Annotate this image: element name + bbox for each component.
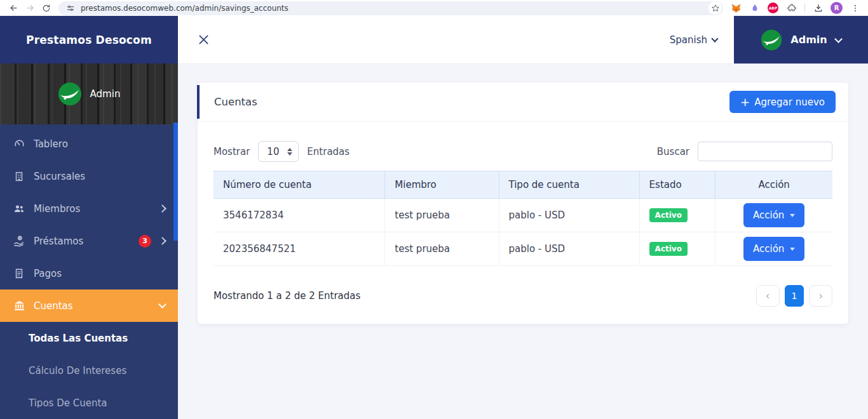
col-header-member[interactable]: Miembro bbox=[385, 171, 499, 199]
add-new-label: Agregar nuevo bbox=[754, 96, 825, 108]
action-label: Acción bbox=[753, 210, 784, 221]
screen: prestamos.desocomweb.com/admin/savings_a… bbox=[0, 0, 868, 419]
pagination: 1 bbox=[756, 285, 832, 307]
cell-account-number: 202356847521 bbox=[214, 232, 385, 266]
caret-down-icon bbox=[790, 248, 795, 251]
cell-member: test prueba bbox=[385, 232, 499, 266]
add-new-button[interactable]: + Agregar nuevo bbox=[729, 91, 836, 113]
caret-down-icon bbox=[790, 214, 795, 217]
language-label: Spanish bbox=[670, 34, 707, 46]
row-action-dropdown-button[interactable]: Acción bbox=[743, 203, 804, 227]
admin-avatar bbox=[761, 29, 782, 51]
brand-header[interactable]: Prestamos Desocom bbox=[0, 16, 178, 63]
cell-action: Acción bbox=[715, 232, 832, 266]
sidebar-subitem-todas-las-cuentas[interactable]: Todas Las Cuentas bbox=[0, 322, 178, 354]
toolbar-separator bbox=[804, 4, 805, 13]
page-title: Cuentas bbox=[214, 96, 257, 108]
payments-icon bbox=[13, 267, 25, 280]
cell-account-type: pablo - USD bbox=[499, 199, 639, 232]
chevron-right-icon bbox=[158, 204, 166, 213]
col-header-account-type[interactable]: Tipo de cuenta bbox=[499, 171, 639, 199]
sidebar: Prestamos Desocom Admin Tablero bbox=[0, 16, 178, 419]
row-action-dropdown-button[interactable]: Acción bbox=[743, 237, 804, 261]
cell-member: test prueba bbox=[385, 199, 499, 232]
loans-icon bbox=[13, 235, 25, 248]
extensions-puzzle-icon[interactable] bbox=[783, 1, 799, 16]
next-page-button[interactable] bbox=[809, 285, 832, 307]
sidebar-item-prestamos[interactable]: Préstamos 3 bbox=[0, 225, 178, 257]
url-text[interactable]: prestamos.desocomweb.com/admin/savings_a… bbox=[81, 4, 709, 13]
browser-profile-avatar[interactable]: R bbox=[829, 1, 844, 16]
user-avatar bbox=[58, 82, 82, 106]
sidebar-item-pagos[interactable]: Pagos bbox=[0, 257, 178, 289]
search-input[interactable] bbox=[698, 142, 832, 161]
sidebar-scrollbar[interactable] bbox=[173, 123, 178, 241]
page-size-select[interactable]: 10 bbox=[258, 141, 299, 162]
site-settings-icon[interactable] bbox=[66, 4, 75, 13]
page-number-button[interactable]: 1 bbox=[785, 285, 804, 307]
extension-area: ABP R bbox=[728, 1, 863, 16]
dashboard-icon bbox=[13, 138, 25, 150]
col-header-action[interactable]: Acción bbox=[715, 171, 832, 199]
sidebar-toggle-close-icon[interactable] bbox=[197, 33, 210, 46]
sidebar-item-sucursales[interactable]: Sucursales bbox=[0, 160, 178, 192]
browser-menu-icon[interactable] bbox=[847, 1, 863, 16]
chevron-down-icon bbox=[834, 35, 843, 43]
forward-icon[interactable] bbox=[22, 1, 38, 16]
members-icon bbox=[13, 203, 25, 215]
loans-count-badge: 3 bbox=[139, 235, 151, 248]
drop-extension-icon[interactable] bbox=[747, 1, 763, 16]
page-content: Cuentas + Agregar nuevo Mostrar 10 bbox=[178, 64, 868, 419]
table-footer: Mostrando 1 a 2 de 2 Entradas 1 bbox=[214, 285, 832, 307]
sidebar-item-label: Pagos bbox=[34, 268, 62, 279]
adblock-plus-extension-icon[interactable]: ABP bbox=[765, 1, 781, 16]
search-label: Buscar bbox=[657, 146, 689, 157]
admin-user-dropdown[interactable]: Admin bbox=[734, 16, 868, 63]
sidebar-item-miembros[interactable]: Miembros bbox=[0, 192, 178, 225]
card-body: Mostrar 10 Entradas Buscar bbox=[198, 122, 848, 324]
entries-info: Mostrando 1 a 2 de 2 Entradas bbox=[214, 290, 360, 302]
topbar-right: Spanish Admin bbox=[670, 16, 868, 63]
sidebar-user-panel: Admin bbox=[0, 63, 178, 124]
sidebar-subitem-tipos-de-cuenta[interactable]: Tipos De Cuenta bbox=[0, 387, 178, 408]
action-label: Acción bbox=[753, 243, 784, 255]
show-label: Mostrar bbox=[214, 146, 250, 157]
sidebar-subitem-calculo-de-intereses[interactable]: Cálculo De Intereses bbox=[0, 354, 178, 387]
branches-icon bbox=[13, 170, 25, 183]
table-row: 202356847521 test prueba pablo - USD Act… bbox=[214, 232, 832, 266]
sidebar-item-label: Sucursales bbox=[34, 171, 85, 182]
col-header-account-number[interactable]: Número de cuenta bbox=[214, 171, 385, 199]
col-header-status[interactable]: Estado bbox=[639, 171, 715, 199]
sidebar-item-label: Miembros bbox=[34, 203, 80, 215]
previous-page-button[interactable] bbox=[756, 285, 780, 307]
main-area: Spanish Admin Cuentas bbox=[178, 16, 868, 419]
sidebar-item-tablero[interactable]: Tablero bbox=[0, 128, 178, 160]
card-header: Cuentas + Agregar nuevo bbox=[198, 83, 848, 122]
entries-label: Entradas bbox=[307, 146, 349, 157]
browser-toolbar: prestamos.desocomweb.com/admin/savings_a… bbox=[0, 0, 868, 16]
sidebar-menu: Tablero Sucursales Miembros bbox=[0, 124, 178, 408]
address-bar[interactable]: prestamos.desocomweb.com/admin/savings_a… bbox=[58, 1, 723, 15]
bookmark-star-icon[interactable] bbox=[709, 1, 722, 15]
accounts-table: Número de cuenta Miembro Tipo de cuenta … bbox=[214, 171, 832, 266]
app-frame: Prestamos Desocom Admin Tablero bbox=[0, 16, 868, 419]
reload-icon[interactable] bbox=[38, 1, 55, 16]
table-header-row: Número de cuenta Miembro Tipo de cuenta … bbox=[214, 171, 832, 199]
page-size-value: 10 bbox=[267, 146, 279, 157]
cell-account-number: 3546172834 bbox=[214, 199, 385, 232]
chevron-right-icon bbox=[158, 237, 166, 245]
downloads-icon[interactable] bbox=[810, 1, 826, 16]
language-dropdown[interactable]: Spanish bbox=[670, 34, 717, 46]
sidebar-item-label: Tablero bbox=[34, 138, 68, 150]
select-arrows-icon bbox=[287, 148, 292, 156]
sidebar-item-label: Préstamos bbox=[34, 236, 83, 247]
back-icon[interactable] bbox=[5, 1, 22, 16]
metamask-extension-icon[interactable] bbox=[728, 1, 744, 16]
user-name: Admin bbox=[90, 88, 121, 100]
table-row: 3546172834 test prueba pablo - USD Activ… bbox=[214, 199, 832, 232]
search-group: Buscar bbox=[657, 142, 832, 161]
sidebar-item-cuentas[interactable]: Cuentas bbox=[0, 289, 178, 322]
plus-icon: + bbox=[740, 96, 750, 108]
admin-name: Admin bbox=[790, 34, 827, 46]
chevron-down-icon bbox=[158, 300, 166, 309]
